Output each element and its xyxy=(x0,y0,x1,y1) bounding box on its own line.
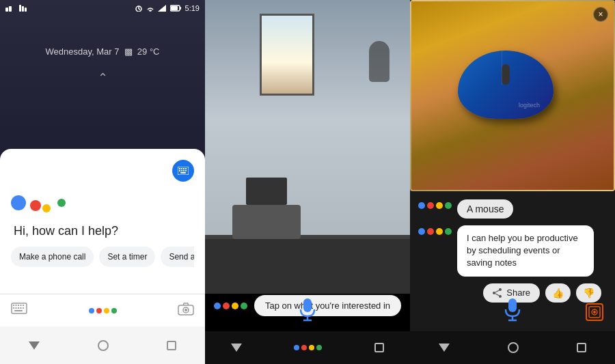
back-button-p2[interactable] xyxy=(231,344,242,352)
recents-button-p2[interactable] xyxy=(374,343,384,352)
ga-dot-yellow xyxy=(232,303,238,309)
color-dot-yellow xyxy=(104,308,109,313)
app-icon xyxy=(5,5,15,12)
back-button-p3[interactable] xyxy=(439,344,450,352)
tap-suggestion-pill[interactable]: Tap on what you're interested in xyxy=(254,295,401,316)
keyboard-icon[interactable] xyxy=(172,160,194,182)
lens-icon[interactable] xyxy=(585,303,604,324)
response-text-row: I can help you be productive by scheduli… xyxy=(418,225,607,277)
ga-logo-p3-2 xyxy=(418,228,452,235)
keyboard-toggle-icon[interactable] xyxy=(11,303,27,319)
svg-rect-14 xyxy=(179,168,180,169)
ga-dot-red-p3 xyxy=(427,202,434,209)
assistant-response-area: A mouse I can help you be productive by … xyxy=(410,191,615,311)
panel3-navigation-bar xyxy=(410,331,615,364)
mouse-left-button xyxy=(458,51,502,85)
mouse-body: logitech xyxy=(458,51,554,119)
close-button[interactable]: × xyxy=(593,7,608,22)
recents-button-p3[interactable] xyxy=(577,343,586,352)
quick-actions-row: Make a phone call Set a timer Send a mes… xyxy=(11,247,194,267)
dot-blue xyxy=(11,195,26,210)
svg-rect-22 xyxy=(180,172,186,173)
result-label: A mouse xyxy=(457,199,513,219)
color-dot-blue xyxy=(89,308,94,313)
thumbs-down-button[interactable]: 👎 xyxy=(576,283,601,303)
camera-view xyxy=(205,0,410,294)
send-message-button[interactable]: Send a mess... xyxy=(161,247,194,267)
thumbs-up-button[interactable]: 👍 xyxy=(545,283,571,303)
monitor-object xyxy=(246,178,287,205)
home-button-p3[interactable] xyxy=(508,342,519,353)
status-time: 5:19 xyxy=(185,4,200,12)
color-dot-red xyxy=(96,308,102,313)
google-assistant-logo xyxy=(11,195,194,210)
mouse-shape-container: logitech xyxy=(458,51,567,126)
set-timer-button[interactable]: Set a timer xyxy=(99,247,155,267)
svg-rect-15 xyxy=(181,168,182,169)
mic-button-p2[interactable] xyxy=(298,297,317,324)
ga-logo-p3 xyxy=(418,202,452,209)
dot-red xyxy=(30,200,41,211)
make-phone-call-button[interactable]: Make a phone call xyxy=(11,247,94,267)
share-icon xyxy=(493,288,502,298)
google-colors-bar xyxy=(89,308,117,313)
greeting-text: Hi, how can I help? xyxy=(14,224,194,238)
mic-button-p3[interactable] xyxy=(503,297,522,324)
svg-rect-11 xyxy=(180,7,181,10)
svg-rect-19 xyxy=(181,170,182,171)
svg-rect-12 xyxy=(171,6,178,10)
status-bar: 5:19 xyxy=(0,0,205,16)
svg-rect-20 xyxy=(183,170,184,171)
svg-line-7 xyxy=(139,9,140,10)
svg-rect-0 xyxy=(5,8,8,12)
svg-rect-31 xyxy=(18,307,19,309)
svg-rect-24 xyxy=(13,305,14,306)
svg-rect-4 xyxy=(25,8,27,12)
svg-line-44 xyxy=(495,290,500,292)
home-button[interactable] xyxy=(98,340,109,351)
chevron-up-icon[interactable]: ⌃ xyxy=(98,70,108,85)
ga-dot-yellow-p3 xyxy=(436,202,443,209)
svg-rect-34 xyxy=(14,310,23,311)
share-label: Share xyxy=(506,288,530,298)
svg-line-45 xyxy=(495,294,500,296)
svg-rect-29 xyxy=(13,307,14,309)
back-button[interactable] xyxy=(29,341,40,350)
svg-rect-32 xyxy=(20,307,22,309)
google-dot-y xyxy=(309,345,314,350)
panel-lens-result: logitech × A mouse I can help you be pro… xyxy=(410,0,615,364)
google-dot-b xyxy=(294,345,299,350)
camera-input-icon[interactable] xyxy=(178,303,194,319)
svg-rect-17 xyxy=(185,168,187,169)
phone-icon xyxy=(18,5,27,12)
ga-mini-logo xyxy=(214,303,247,309)
svg-rect-33 xyxy=(23,307,24,309)
mouse-photo: logitech × xyxy=(410,0,615,191)
svg-rect-18 xyxy=(179,170,180,171)
alarm-icon xyxy=(135,5,143,12)
svg-point-8 xyxy=(150,11,151,12)
svg-rect-38 xyxy=(303,298,312,312)
status-icons-left xyxy=(5,5,27,12)
svg-rect-28 xyxy=(23,305,24,306)
signal-icon xyxy=(158,5,166,12)
color-dot-green xyxy=(111,308,117,313)
ga-dot-blue xyxy=(214,303,221,309)
svg-point-43 xyxy=(493,292,495,294)
room-window xyxy=(260,14,314,96)
google-dot-g xyxy=(316,345,322,350)
google-home-button[interactable] xyxy=(294,345,322,350)
svg-rect-1 xyxy=(9,6,12,12)
mouse-scroll-wheel xyxy=(502,64,510,85)
svg-point-37 xyxy=(184,309,187,311)
svg-rect-30 xyxy=(16,307,17,309)
svg-rect-27 xyxy=(20,305,22,306)
ga-dot-red xyxy=(223,303,230,309)
svg-marker-9 xyxy=(158,5,166,12)
room-floor xyxy=(205,239,410,294)
mouse-brand-text: logitech xyxy=(519,102,540,109)
recents-button[interactable] xyxy=(167,341,176,350)
assistant-top-row xyxy=(11,160,194,182)
panel2-navigation-bar xyxy=(205,331,410,364)
date-temperature: Wednesday, Mar 7 ▩ 29 °C xyxy=(45,46,159,57)
